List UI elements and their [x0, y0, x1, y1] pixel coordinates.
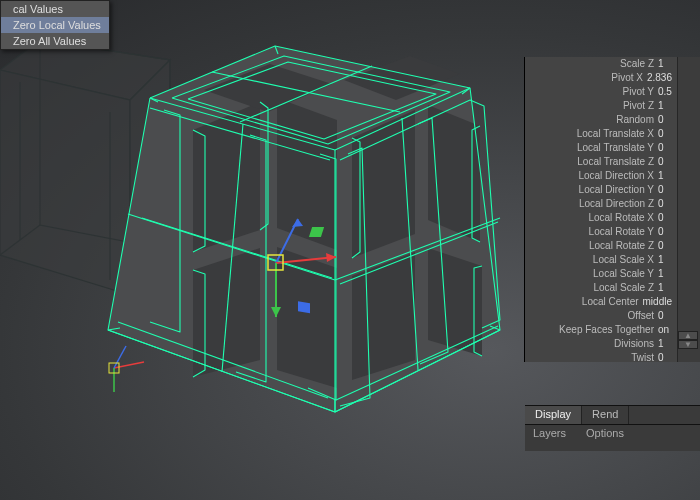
attribute-name: Pivot Z: [623, 99, 654, 113]
attribute-row[interactable]: Local Rotate X0: [525, 211, 700, 225]
attribute-row[interactable]: Pivot Z1: [525, 99, 700, 113]
spinner-up[interactable]: ▲: [678, 331, 698, 340]
context-menu-item[interactable]: Zero All Values: [1, 33, 109, 49]
attribute-name: Offset: [628, 309, 655, 323]
attribute-name: Local Translate Y: [577, 141, 654, 155]
attribute-value[interactable]: on: [658, 323, 672, 337]
attribute-value[interactable]: 1: [658, 99, 672, 113]
attribute-value[interactable]: 0: [658, 197, 672, 211]
attribute-row[interactable]: Local Translate X0: [525, 127, 700, 141]
attribute-value[interactable]: 1: [658, 267, 672, 281]
attribute-name: Keep Faces Together: [559, 323, 654, 337]
attribute-name: Local Rotate Z: [589, 239, 654, 253]
attribute-name: Local Center: [582, 295, 639, 309]
attribute-name: Pivot Y: [623, 85, 655, 99]
attribute-value[interactable]: 0.5: [658, 85, 672, 99]
svg-marker-8: [277, 98, 337, 250]
attribute-row[interactable]: Local Scale X1: [525, 253, 700, 267]
attribute-row[interactable]: Keep Faces Togetheron: [525, 323, 700, 337]
attribute-name: Local Direction Z: [579, 197, 654, 211]
attribute-value[interactable]: 0: [658, 127, 672, 141]
menu-layers[interactable]: Layers: [525, 425, 578, 441]
menu-options[interactable]: Options: [578, 425, 636, 441]
attribute-name: Local Direction X: [578, 169, 654, 183]
attribute-row[interactable]: Pivot Y0.5: [525, 85, 700, 99]
attribute-name: Local Translate Z: [577, 155, 654, 169]
attribute-name: Scale Z: [620, 57, 654, 71]
attribute-value[interactable]: 1: [658, 281, 672, 295]
attribute-value[interactable]: 2.836: [647, 71, 672, 85]
attribute-name: Random: [616, 113, 654, 127]
attribute-value[interactable]: middle: [643, 295, 672, 309]
attribute-name: Local Scale Z: [593, 281, 654, 295]
attribute-value[interactable]: 0: [658, 211, 672, 225]
attribute-row[interactable]: Random0: [525, 113, 700, 127]
attribute-row[interactable]: Local Centermiddle: [525, 295, 700, 309]
attribute-value[interactable]: 0: [658, 183, 672, 197]
svg-marker-10: [277, 247, 337, 388]
attribute-row[interactable]: Local Translate Y0: [525, 141, 700, 155]
attribute-row[interactable]: Divisions1: [525, 337, 700, 351]
viewport-3d[interactable]: cal Values Zero Local Values Zero All Va…: [0, 0, 700, 500]
attribute-value[interactable]: 0: [658, 113, 672, 127]
attribute-name: Local Rotate X: [588, 211, 654, 225]
attribute-row[interactable]: Local Direction Y0: [525, 183, 700, 197]
attribute-name: Local Direction Y: [579, 183, 654, 197]
attribute-row[interactable]: Local Scale Z1: [525, 281, 700, 295]
attribute-value[interactable]: 1: [658, 337, 672, 351]
attribute-value[interactable]: 0: [658, 309, 672, 323]
attribute-row[interactable]: Local Direction Z0: [525, 197, 700, 211]
attribute-name: Local Translate X: [577, 127, 654, 141]
context-menu-item[interactable]: Zero Local Values: [1, 17, 109, 33]
attribute-value[interactable]: 0: [658, 141, 672, 155]
attribute-row[interactable]: Local Translate Z0: [525, 155, 700, 169]
attribute-name: Local Rotate Y: [589, 225, 654, 239]
attribute-row[interactable]: Offset0: [525, 309, 700, 323]
attribute-name: Twist: [631, 351, 654, 362]
attribute-value[interactable]: 1: [658, 169, 672, 183]
attribute-row[interactable]: Twist0: [525, 351, 700, 362]
context-menu-item[interactable]: cal Values: [1, 1, 109, 17]
channel-box[interactable]: ▲ ▼ Scale Z1Pivot X2.836Pivot Y0.5Pivot …: [524, 57, 700, 362]
attribute-name: Local Scale Y: [593, 267, 654, 281]
context-menu[interactable]: cal Values Zero Local Values Zero All Va…: [0, 0, 110, 50]
attribute-value[interactable]: 1: [658, 57, 672, 71]
layer-editor[interactable]: Display Rend Layers Options: [525, 405, 700, 451]
attribute-row[interactable]: Scale Z1: [525, 57, 700, 71]
tab-render[interactable]: Rend: [582, 406, 629, 424]
attribute-value[interactable]: 1: [658, 253, 672, 267]
attribute-value[interactable]: 0: [658, 351, 672, 362]
spinner-column: ▲ ▼: [677, 57, 700, 362]
attribute-row[interactable]: Local Scale Y1: [525, 267, 700, 281]
attribute-value[interactable]: 0: [658, 239, 672, 253]
attribute-name: Local Scale X: [593, 253, 654, 267]
spinner-down[interactable]: ▼: [678, 340, 698, 349]
attribute-name: Pivot X: [611, 71, 643, 85]
attribute-row[interactable]: Local Rotate Y0: [525, 225, 700, 239]
attribute-value[interactable]: 0: [658, 155, 672, 169]
attribute-row[interactable]: Local Direction X1: [525, 169, 700, 183]
attribute-row[interactable]: Local Rotate Z0: [525, 239, 700, 253]
attribute-row[interactable]: Pivot X2.836: [525, 71, 700, 85]
tab-display[interactable]: Display: [525, 406, 582, 424]
attribute-value[interactable]: 0: [658, 225, 672, 239]
attribute-name: Divisions: [614, 337, 654, 351]
